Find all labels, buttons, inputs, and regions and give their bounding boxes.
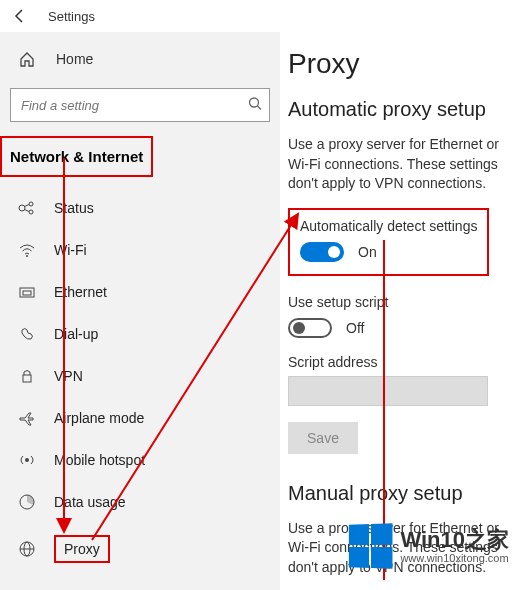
sidebar-item-vpn[interactable]: VPN	[0, 355, 280, 397]
home-icon	[18, 50, 36, 68]
save-button[interactable]: Save	[288, 422, 358, 454]
svg-point-3	[29, 202, 33, 206]
page-title: Proxy	[288, 48, 515, 80]
sidebar-item-dialup[interactable]: Dial-up	[0, 313, 280, 355]
sidebar-item-ethernet[interactable]: Ethernet	[0, 271, 280, 313]
sidebar-item-label: Dial-up	[54, 326, 98, 342]
vpn-icon	[18, 367, 36, 385]
wifi-icon	[18, 241, 36, 259]
sidebar-item-label: Ethernet	[54, 284, 107, 300]
back-button[interactable]	[8, 4, 32, 28]
auto-proxy-header: Automatic proxy setup	[288, 98, 515, 121]
sidebar-item-label: VPN	[54, 368, 83, 384]
hotspot-icon	[18, 451, 36, 469]
sidebar-item-label: Proxy	[54, 535, 110, 563]
autodetect-block: Automatically detect settings On	[288, 208, 489, 276]
sidebar-item-label: Status	[54, 200, 94, 216]
sidebar-item-hotspot[interactable]: Mobile hotspot	[0, 439, 280, 481]
sidebar-section-header: Network & Internet	[0, 136, 153, 177]
sidebar-home-label: Home	[56, 51, 93, 67]
svg-line-6	[25, 210, 30, 212]
svg-point-2	[19, 205, 25, 211]
autodetect-toggle[interactable]	[300, 242, 344, 262]
watermark-url: www.win10xitong.com	[400, 552, 509, 564]
ethernet-icon	[18, 283, 36, 301]
status-icon	[18, 199, 36, 217]
auto-proxy-desc: Use a proxy server for Ethernet or Wi-Fi…	[288, 135, 515, 194]
sidebar-item-label: Wi-Fi	[54, 242, 87, 258]
svg-point-7	[26, 255, 28, 257]
sidebar: Home Network & Internet Status	[0, 32, 280, 590]
svg-rect-9	[23, 291, 31, 295]
svg-rect-8	[20, 288, 34, 297]
svg-point-11	[25, 458, 29, 462]
sidebar-item-label: Data usage	[54, 494, 126, 510]
search-input[interactable]	[10, 88, 270, 122]
sidebar-item-label: Airplane mode	[54, 410, 144, 426]
use-script-state: Off	[346, 320, 364, 336]
svg-line-5	[25, 205, 30, 207]
sidebar-item-label: Mobile hotspot	[54, 452, 145, 468]
airplane-icon	[18, 409, 36, 427]
datausage-icon	[18, 493, 36, 511]
sidebar-item-status[interactable]: Status	[0, 187, 280, 229]
main-panel: Proxy Automatic proxy setup Use a proxy …	[280, 32, 515, 590]
proxy-icon	[18, 540, 36, 558]
search-icon	[248, 97, 262, 114]
svg-point-4	[29, 210, 33, 214]
sidebar-item-home[interactable]: Home	[0, 40, 280, 78]
sidebar-item-proxy[interactable]: Proxy	[0, 523, 280, 575]
window-title: Settings	[48, 9, 95, 24]
sidebar-item-wifi[interactable]: Wi-Fi	[0, 229, 280, 271]
manual-proxy-header: Manual proxy setup	[288, 482, 515, 505]
use-script-label: Use setup script	[288, 294, 515, 310]
autodetect-state: On	[358, 244, 377, 260]
watermark-brand: Win10之家	[400, 528, 509, 552]
dialup-icon	[18, 325, 36, 343]
windows-logo-icon	[349, 523, 393, 568]
sidebar-item-datausage[interactable]: Data usage	[0, 481, 280, 523]
script-address-label: Script address	[288, 354, 515, 370]
use-script-toggle[interactable]	[288, 318, 332, 338]
svg-rect-10	[23, 375, 31, 382]
watermark: Win10之家 www.win10xitong.com	[348, 524, 509, 568]
script-address-input[interactable]	[288, 376, 488, 406]
autodetect-label: Automatically detect settings	[300, 218, 477, 234]
svg-line-1	[258, 106, 262, 110]
svg-point-0	[250, 98, 259, 107]
sidebar-item-airplane[interactable]: Airplane mode	[0, 397, 280, 439]
